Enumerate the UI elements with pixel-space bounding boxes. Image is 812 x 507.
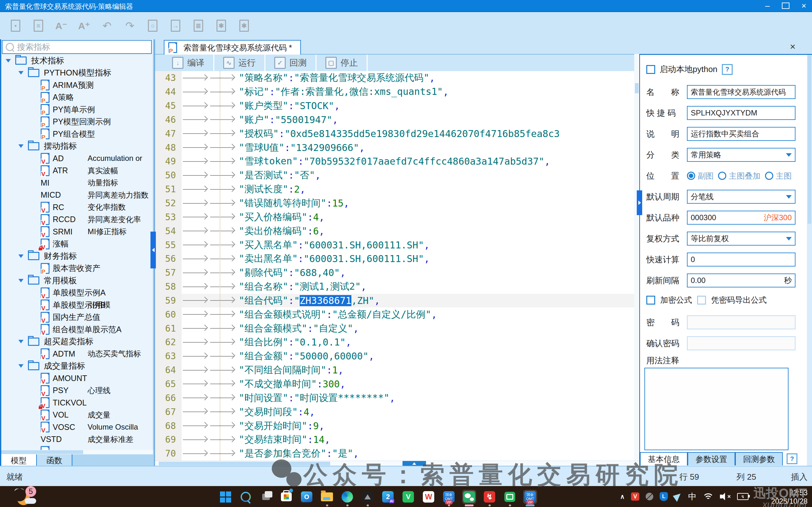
ai-app-icon[interactable]: 2AI — [381, 490, 395, 504]
find-in-doc-icon[interactable]: ○ — [146, 18, 159, 33]
panel-help-button[interactable]: ? — [787, 453, 797, 464]
panel-tab-回测参数[interactable]: 回测参数 — [735, 452, 783, 465]
code-line-48[interactable]: 48"雪球U值":"1342909666", — [155, 140, 634, 155]
wifi-icon[interactable] — [703, 493, 714, 500]
quick-code-field[interactable]: SPLHXQJYXTYDM — [687, 106, 796, 120]
tree-folder[interactable]: 摆动指标 — [1, 140, 153, 153]
send-cursor-icon[interactable] — [674, 493, 682, 500]
export-with-password-checkbox[interactable] — [697, 296, 706, 304]
code-line-57[interactable]: 57"剔除代码":"688,40", — [155, 266, 634, 280]
local-python-checkbox[interactable] — [646, 65, 655, 74]
tree-item[interactable]: MI动量指标 — [1, 177, 153, 189]
code-line-61[interactable]: 61"组合金额模式":"自定义", — [155, 321, 634, 335]
code-editor[interactable]: 43"策略名称":"索普量化雪球交易系统源代码",44"标记":"作者:索普量化… — [155, 71, 634, 461]
usage-notes-textarea[interactable] — [644, 368, 789, 450]
code-line-52[interactable]: 52"错误随机等待时间":15, — [155, 196, 634, 210]
radio-icon[interactable] — [687, 172, 695, 180]
code-line-69[interactable]: 69"交易结束时间":14, — [155, 433, 634, 447]
editor-horizontal-scrollbar[interactable] — [155, 461, 639, 466]
code-line-62[interactable]: 62"组合比例":"0.1,0.1", — [155, 335, 634, 349]
panel-tab-参数设置[interactable]: 参数设置 — [688, 452, 735, 465]
edge-icon[interactable] — [340, 490, 354, 504]
tree-item[interactable]: V国内生产总值 — [1, 311, 153, 324]
expand-arrow-icon[interactable] — [18, 145, 23, 148]
category-select[interactable]: 常用策略 — [687, 148, 796, 162]
code-line-68[interactable]: 68"交易开始时间":9, — [155, 419, 634, 433]
tree-item[interactable]: VAMOUNT — [1, 372, 153, 385]
tree-item[interactable]: VADAccumulation or — [1, 152, 153, 165]
python-help-button[interactable]: ? — [722, 64, 733, 75]
code-line-45[interactable]: 45"账户类型":"STOCK", — [155, 99, 634, 113]
停止-button[interactable]: ▢停止 — [317, 55, 368, 71]
panel-scrollbar-thumb[interactable] — [808, 56, 811, 224]
tree-folder[interactable]: 常用模板 — [1, 274, 153, 287]
chat-app-icon[interactable] — [503, 490, 517, 504]
tree-item[interactable]: VVOL成交量 — [1, 409, 153, 421]
sidebar-tab-函数[interactable]: 函数 — [37, 454, 72, 466]
start-button[interactable] — [218, 490, 232, 504]
code-line-58[interactable]: 58"组合名称":"测试1,测试2", — [155, 280, 634, 294]
tree-item[interactable]: VPSY心理线 — [1, 385, 153, 397]
search-box[interactable] — [2, 40, 152, 54]
panel-scrollbar[interactable] — [807, 55, 812, 466]
position-radio-副图[interactable]: 副图 — [687, 171, 714, 181]
redo-icon[interactable]: ↷ — [123, 18, 137, 33]
bing-shield-icon[interactable]: L — [660, 492, 668, 501]
tree-item[interactable]: VADTM动态买卖气指标 — [1, 348, 153, 360]
panel-tab-基本信息[interactable]: 基本信息 — [640, 452, 688, 465]
expand-arrow-icon[interactable] — [18, 255, 23, 258]
code-line-59[interactable]: 59"组合代码":"ZH3368671,ZH", — [155, 294, 634, 308]
position-radio-主图[interactable]: 主图 — [765, 171, 792, 181]
expand-arrow-icon[interactable] — [18, 364, 23, 368]
code-line-65[interactable]: 65"不成交撤单时间":300, — [155, 377, 634, 391]
code-line-43[interactable]: 43"策略名称":"索普量化雪球交易系统源代码", — [155, 71, 634, 85]
tree-item[interactable]: V组合模型单股示范A — [1, 323, 153, 336]
default-period-select[interactable]: 分笔线 — [687, 190, 796, 204]
editor-vscroll-thumb[interactable] — [635, 83, 639, 93]
expand-arrow-icon[interactable] — [6, 59, 11, 62]
tree-item[interactable]: PPY模型回测示例 — [1, 116, 153, 128]
save-icon[interactable]: ▪ — [9, 18, 22, 33]
splitter-collapse-button[interactable] — [402, 461, 426, 466]
expand-arrow-icon[interactable] — [18, 279, 23, 282]
taskbar-search-button[interactable] — [239, 490, 253, 504]
file-explorer-icon[interactable] — [320, 490, 334, 504]
search-input[interactable] — [16, 42, 151, 52]
export-doc-icon[interactable]: → — [169, 18, 182, 33]
sidebar-tab-模型[interactable]: 模型 — [1, 454, 37, 466]
green-app-icon[interactable]: V — [401, 490, 415, 504]
editor-vertical-scrollbar[interactable] — [634, 54, 639, 461]
tree-item[interactable]: VATR真实波幅 — [1, 165, 153, 177]
editor-tab[interactable]: P 索普量化雪球交易系统源代码 * — [164, 40, 301, 55]
adjust-mode-select[interactable]: 等比前复权 — [687, 232, 796, 245]
tree-item[interactable]: V — [1, 445, 153, 450]
chevron-up-icon[interactable]: ∧ — [620, 493, 625, 500]
tree-item[interactable]: VSRMIMI修正指标 — [1, 226, 153, 238]
description-field[interactable]: 运行指数中买卖组合 — [687, 127, 796, 141]
tree-item[interactable]: V单股模型示例B引用模 — [1, 299, 153, 311]
editor-hscroll-thumb[interactable] — [159, 462, 330, 465]
save-all-icon[interactable]: ≡ — [32, 18, 45, 33]
default-symbol-field[interactable]: 000300沪深300 — [687, 211, 796, 225]
tree-item[interactable]: VVOSCVolume Oscilla — [1, 421, 153, 433]
code-line-56[interactable]: 56"卖出黑名单":"600031.SH,600111.SH", — [155, 252, 634, 266]
tree-item[interactable]: V单股模型示例A — [1, 287, 153, 299]
microsoft-store-icon[interactable] — [279, 490, 293, 504]
tree-horizontal-scrollbar[interactable] — [1, 450, 153, 454]
ime-chinese-icon[interactable]: 中 — [688, 491, 696, 502]
position-radio-主图叠加[interactable]: 主图叠加 — [718, 171, 761, 181]
tree-item[interactable]: VRCCD异同离差变化率 — [1, 214, 153, 226]
collapse-right-handle[interactable] — [637, 190, 642, 215]
undo-icon[interactable]: ↶ — [100, 18, 114, 33]
code-line-46[interactable]: 46"账户":"55001947", — [155, 113, 634, 127]
tree-item[interactable]: VTICKVOL — [1, 397, 153, 409]
tree-item[interactable]: PARIMA预测 — [1, 79, 153, 92]
formula-gear-icon[interactable]: ✱ — [237, 18, 251, 33]
tree-folder[interactable]: 超买超卖指标 — [1, 336, 153, 348]
weather-widget[interactable]: 5 — [14, 488, 38, 506]
code-line-64[interactable]: 64"不同组合间隔时间":1, — [155, 363, 634, 377]
code-line-67[interactable]: 67"交易时间段":4, — [155, 405, 634, 419]
code-line-70[interactable]: 70"是否参加集合竞价":"是", — [155, 447, 634, 461]
tree-item[interactable]: PA策略 — [1, 92, 153, 104]
tree-folder[interactable]: 财务指标 — [1, 250, 153, 262]
